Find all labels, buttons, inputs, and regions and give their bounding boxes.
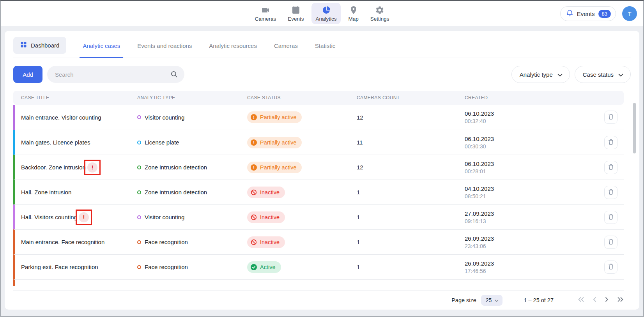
created-date: 26.09.2023 [465, 260, 603, 267]
status-badge: ! Partially active [247, 137, 302, 148]
alert-annotation-box: ! [76, 210, 92, 225]
page-size-select[interactable]: 25 [481, 295, 503, 306]
check-circle-icon [251, 264, 257, 270]
status-badge: ! Partially active [247, 111, 302, 123]
delete-button[interactable] [604, 111, 617, 124]
analytic-type-ring-icon [137, 166, 141, 169]
alert-annotation-box: ! [84, 160, 101, 175]
page: Dashboard Analytic cases Events and reac… [1, 26, 643, 310]
nav-item-cameras[interactable]: Cameras [251, 3, 280, 24]
pagination-next-button[interactable] [605, 297, 609, 303]
table-row[interactable]: Main entrance. Visitor counting Visitor … [13, 105, 624, 130]
delete-button[interactable] [604, 161, 617, 174]
tab-events-and-reactions[interactable]: Events and reactions [136, 36, 193, 58]
delete-button[interactable] [604, 136, 617, 149]
case-title-cell: Hall. Visitors counting ! [15, 210, 131, 225]
avatar[interactable]: T [622, 6, 637, 21]
trash-icon [608, 213, 614, 221]
created-date: 26.09.2023 [465, 235, 603, 242]
nav-label: Cameras [255, 16, 276, 22]
table-row[interactable]: Parking exit. Face recognition Face reco… [13, 254, 624, 279]
status-label: Partially active [260, 139, 296, 146]
vertical-scrollbar-thumb[interactable] [633, 103, 636, 153]
analytic-type-cell: License plate [131, 139, 241, 146]
trash-icon [608, 238, 614, 246]
nav-item-map[interactable]: Map [345, 3, 363, 24]
cameras-count-cell: 1 [350, 189, 458, 195]
analytics-card: Dashboard Analytic cases Events and reac… [5, 31, 639, 310]
case-status-filter[interactable]: Case status [575, 66, 631, 83]
case-title: Hall. Visitors counting [21, 214, 77, 220]
calendar-icon [291, 5, 301, 15]
delete-button[interactable] [604, 261, 617, 274]
tab-analytic-resources[interactable]: Analytic resources [208, 36, 258, 58]
delete-button[interactable] [604, 211, 617, 224]
pagination-prev-button[interactable] [593, 297, 597, 303]
map-pin-icon [349, 5, 358, 15]
chevron-right-icon [605, 297, 609, 303]
table-row[interactable]: Hall. Visitors counting ! Visitor counti… [13, 204, 624, 229]
status-badge: Inactive [247, 211, 285, 223]
created-time: 17:46:56 [465, 268, 603, 274]
trash-icon [608, 139, 614, 146]
created-time: 00:32:40 [465, 118, 603, 124]
app-window: Cameras Events Analytics Map [0, 0, 644, 317]
pagination-last-button[interactable] [617, 297, 624, 303]
table-row[interactable]: Backdoor. Zone intrusion ! Zone intrusio… [13, 155, 624, 180]
tab-analytic-cases[interactable]: Analytic cases [82, 36, 121, 58]
nav-item-analytics[interactable]: Analytics [311, 3, 340, 24]
actions-cell [603, 136, 624, 149]
search-icon [171, 71, 178, 79]
search-wrap [47, 66, 184, 83]
nav-item-settings[interactable]: Settings [366, 3, 393, 24]
nav-item-events[interactable]: Events [284, 3, 308, 24]
status-label: Inactive [260, 214, 280, 220]
gear-icon [375, 5, 384, 15]
chevron-down-icon [557, 71, 563, 78]
created-cell: 26.09.2023 23:43:06 [458, 235, 603, 249]
analytic-type-cell: Zone intrusion detection [131, 189, 241, 195]
analytic-type-ring-icon [137, 240, 141, 244]
analytic-type-label: License plate [145, 139, 179, 146]
case-status-cell: Inactive [241, 211, 350, 223]
pagination [578, 297, 624, 303]
avatar-initial: T [628, 11, 631, 17]
cameras-count-cell: 1 [350, 214, 458, 220]
table-row[interactable]: Hall. Zone intrusion Zone intrusion dete… [13, 180, 624, 204]
case-title-cell: Main entrance. Face recognition [15, 239, 131, 245]
created-date: 27.09.2023 [465, 210, 603, 217]
delete-button[interactable] [604, 186, 617, 199]
double-chevron-right-icon [617, 297, 624, 303]
created-cell: 06.10.2023 00:28:01 [458, 160, 603, 174]
created-time: 00:30:30 [465, 143, 603, 150]
delete-button[interactable] [604, 236, 617, 249]
add-button[interactable]: Add [13, 66, 42, 83]
tab-statistic[interactable]: Statistic [314, 36, 336, 58]
events-button[interactable]: Events 83 [560, 6, 616, 21]
nav-label: Settings [370, 16, 389, 22]
warning-circle-icon: ! [251, 139, 257, 146]
case-status-cell: ! Partially active [241, 111, 350, 123]
warning-circle-icon: ! [251, 164, 257, 171]
trash-icon [608, 113, 614, 121]
table-row[interactable]: Main gates. Licence plates License plate… [13, 130, 624, 155]
analytic-type-cell: Visitor counting [131, 114, 241, 121]
status-badge: Active [247, 261, 281, 273]
search-input[interactable] [47, 66, 184, 83]
actions-cell [603, 211, 624, 224]
analytic-type-filter[interactable]: Analytic type [511, 66, 570, 83]
block-icon [251, 189, 257, 195]
pagination-first-button[interactable] [578, 297, 585, 303]
chevron-down-icon [618, 71, 623, 78]
created-time: 09:16:13 [465, 218, 603, 224]
table-row[interactable]: Main entrance. Face recognition Face rec… [13, 229, 624, 254]
case-title: Main entrance. Visitor counting [21, 114, 101, 121]
double-chevron-left-icon [578, 297, 585, 303]
column-header-cameras-count: CAMERAS COUNT [350, 95, 458, 100]
tab-cameras[interactable]: Cameras [273, 36, 299, 58]
analytic-type-cell: Face recognition [131, 264, 241, 270]
cameras-count-cell: 11 [350, 139, 458, 146]
analytic-type-label: Zone intrusion detection [145, 164, 207, 171]
dashboard-button[interactable]: Dashboard [13, 37, 66, 54]
tab-bar: Dashboard Analytic cases Events and reac… [13, 36, 631, 58]
